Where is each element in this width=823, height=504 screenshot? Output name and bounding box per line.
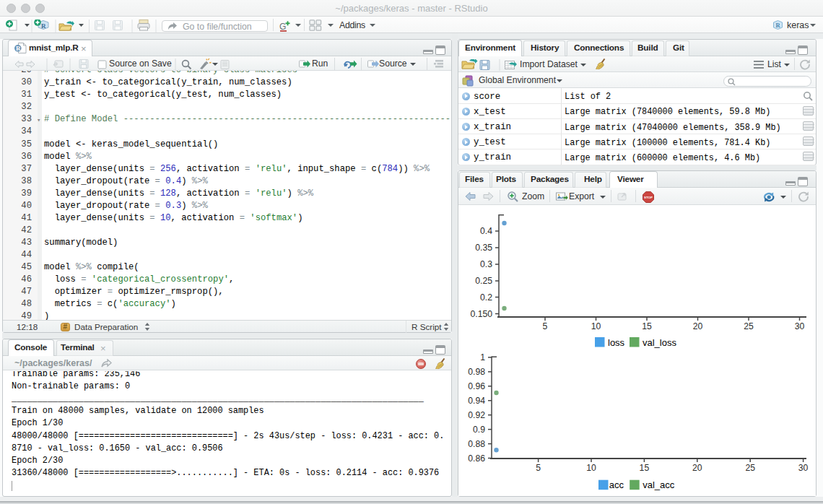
svg-text:STOP: STOP [644,196,653,199]
svg-text:R: R [41,22,46,30]
svg-text:15: 15 [642,321,652,331]
svg-text:0.25: 0.25 [475,276,492,286]
svg-text:25: 25 [745,463,755,473]
svg-text:val_loss: val_loss [643,337,676,348]
svg-text:R: R [16,45,21,52]
svg-text:30: 30 [798,463,809,473]
svg-text:0.86: 0.86 [468,453,485,464]
svg-text:0.3: 0.3 [480,259,492,269]
svg-text:10: 10 [591,321,601,331]
svg-text:0.2: 0.2 [480,292,492,303]
svg-text:30: 30 [795,321,805,331]
svg-text:G: G [279,22,286,32]
svg-text:0.96: 0.96 [468,381,485,391]
svg-text:20: 20 [693,321,703,331]
svg-text:0.92: 0.92 [468,410,485,420]
svg-text:loss: loss [608,337,625,348]
svg-text:5: 5 [543,321,548,331]
svg-text:0.35: 0.35 [475,243,492,253]
svg-text:20: 20 [692,463,702,473]
svg-text:0.9: 0.9 [473,425,485,435]
svg-text:val_acc: val_acc [643,479,675,490]
svg-text:25: 25 [744,321,754,331]
svg-text:1: 1 [480,352,485,362]
svg-text:0.4: 0.4 [480,226,492,236]
svg-text:10: 10 [586,463,596,473]
svg-text:15: 15 [640,463,650,473]
svg-text:5: 5 [536,463,541,473]
svg-text:0.88: 0.88 [468,439,485,449]
svg-text:acc: acc [609,479,624,490]
svg-text:0.94: 0.94 [468,396,485,406]
svg-text:0.150: 0.150 [471,309,493,319]
svg-text:0.98: 0.98 [468,367,485,377]
svg-text:R: R [776,22,781,29]
